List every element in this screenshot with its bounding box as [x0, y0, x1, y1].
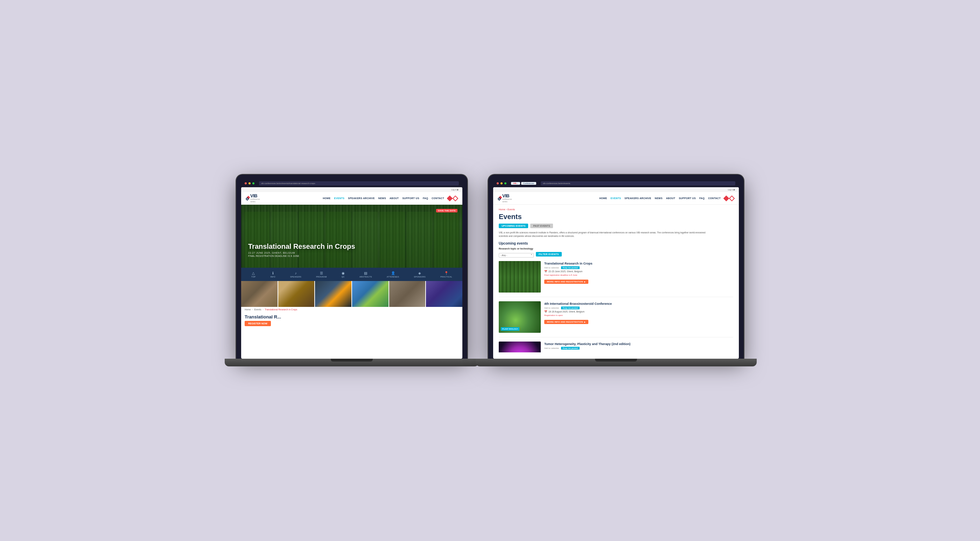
bc-home[interactable]: Home	[245, 308, 251, 311]
below-fold-section: Translational R... REGISTER NOW	[241, 312, 462, 328]
minimize-dot[interactable]	[248, 182, 251, 185]
r-nav-speakers[interactable]: SPEAKERS ARCHIVE	[624, 197, 651, 199]
right-maximize-dot[interactable]	[504, 182, 506, 185]
qnav-program[interactable]: ☰ PROGRAM	[316, 271, 327, 278]
qnav-abstracts[interactable]: ▤ ABSTRACTS	[360, 271, 372, 278]
nav-support[interactable]: SUPPORT US	[402, 197, 419, 199]
logo-right[interactable]: VIB conferenceseries	[498, 194, 512, 203]
filter-events-button[interactable]: FILTER EVENTS	[536, 252, 562, 256]
right-login-link[interactable]: Log in ▶	[728, 189, 735, 191]
qnav-practical-label: PRACTICAL	[440, 276, 452, 278]
r-nav-contact[interactable]: CONTACT	[708, 197, 721, 199]
topic-filter-select[interactable]: - Any -	[499, 253, 534, 258]
page-detail-title: Translational R...	[245, 314, 459, 320]
left-browser-bar: vib-conferences.be/en/events/translation…	[241, 180, 462, 187]
r-nav-home[interactable]: HOME	[599, 197, 607, 199]
url-bar[interactable]: vib-conferences.be/en/events/translation…	[259, 181, 459, 185]
event-note-2: Registration is open	[544, 314, 733, 316]
r-nav-icons	[724, 196, 734, 200]
upcoming-events-filter[interactable]: UPCOMING EVENTS	[499, 224, 528, 228]
past-events-filter[interactable]: PAST EVENTS	[530, 224, 553, 228]
keep-posted-3[interactable]: Keep me posted	[561, 347, 579, 350]
qnav-sponsors-label: SPONSORS	[414, 276, 426, 278]
close-dot[interactable]	[245, 182, 247, 185]
qnav-top-label: TOP	[251, 276, 256, 278]
event-thumb-3: CANCER BIOLOGY	[499, 342, 541, 353]
event-meta-2: Add to calendar Keep me posted	[544, 307, 733, 309]
thumb-cancer-bg: CANCER BIOLOGY	[499, 342, 541, 353]
add-cal-1[interactable]: Add to calendar	[544, 267, 559, 269]
more-info-btn-1[interactable]: MORE INFO AND REGISTRATION	[544, 280, 589, 284]
events-breadcrumb: Home › Events	[499, 208, 733, 211]
nav-about[interactable]: ABOUT	[390, 197, 399, 199]
qnav-speakers[interactable]: ♪ SPEAKERS	[290, 271, 301, 278]
browser-tab-vib[interactable]: VIB...	[511, 182, 520, 185]
bc-current: Translational Research in Crops	[265, 308, 298, 311]
bc-events[interactable]: Events	[255, 308, 261, 311]
tab-conferences-label: Conferences	[523, 182, 534, 185]
event-thumb-2: PLANT BIOLOGY	[499, 301, 541, 333]
keep-posted-2[interactable]: Keep me posted	[561, 307, 579, 309]
r-nav-events[interactable]: EVENTS	[610, 197, 621, 199]
diamond-outline-icon[interactable]	[453, 195, 458, 201]
cal-icon-2: 📅	[544, 310, 547, 313]
nav-contact[interactable]: CONTACT	[431, 197, 444, 199]
nav-home[interactable]: HOME	[323, 197, 330, 199]
right-laptop: VIB... Conferences vib-conferences.be/en…	[488, 175, 744, 366]
right-close-dot[interactable]	[496, 182, 499, 185]
left-laptop-base	[225, 359, 479, 366]
photo-castle	[241, 281, 278, 307]
r-nav-faq[interactable]: FAQ	[699, 197, 705, 199]
event-title-2: 4th International Brassinosteroid Confer…	[544, 302, 733, 306]
r-diamond-outline-icon[interactable]	[729, 195, 735, 201]
event-card-2: PLANT BIOLOGY 4th International Brassino…	[499, 301, 733, 337]
right-url-bar[interactable]: vib-conferences.be/en/events	[541, 181, 735, 185]
right-browser-bar: VIB... Conferences vib-conferences.be/en…	[493, 180, 739, 187]
nav-icons	[448, 196, 457, 200]
nav-speakers[interactable]: SPEAKERS ARCHIVE	[348, 197, 375, 199]
program-icon: ☰	[320, 271, 323, 275]
add-cal-2[interactable]: Add to calendar	[544, 307, 559, 309]
main-nav-right: HOME EVENTS SPEAKERS ARCHIVE NEWS ABOUT …	[599, 196, 734, 200]
nav-news[interactable]: NEWS	[379, 197, 386, 199]
event-date-1: 📅 22-23 June 2025, Ghent, Belgium	[544, 270, 733, 273]
right-logo-vib-sub: conferenceseries	[502, 198, 512, 203]
logo-left[interactable]: VIB conferenceseries	[246, 194, 260, 203]
events-bc-home[interactable]: Home	[499, 208, 505, 211]
right-logo-mark	[498, 196, 501, 200]
hero-content: Translational Research in Crops 22-27 JU…	[248, 242, 455, 257]
qnav-practical[interactable]: 📍 PRACTICAL	[440, 271, 452, 278]
nav-faq[interactable]: FAQ	[423, 197, 428, 199]
event-date-text-1: 22-23 June 2025, Ghent, Belgium	[549, 270, 582, 273]
qnav-top[interactable]: △ TOP	[251, 271, 256, 278]
r-nav-news[interactable]: NEWS	[655, 197, 663, 199]
register-button[interactable]: REGISTER NOW	[245, 321, 271, 326]
right-screen-frame: VIB... Conferences vib-conferences.be/en…	[488, 175, 744, 359]
more-info-btn-2[interactable]: MORE INFO AND REGISTRATION	[544, 320, 589, 324]
qnav-speakers-label: SPEAKERS	[290, 276, 301, 278]
bc-sep1: ›	[252, 308, 253, 311]
r-nav-about[interactable]: ABOUT	[666, 197, 675, 199]
add-cal-3[interactable]: Add to calendar	[544, 347, 559, 349]
keep-posted-1[interactable]: Keep me posted	[561, 266, 579, 269]
r-diamond-filled-icon[interactable]	[724, 195, 729, 201]
event-card-1: Translational Research in Crops Add to c…	[499, 261, 733, 297]
qnav-sponsors[interactable]: ◈ SPONSORS	[414, 271, 426, 278]
diamond-filled-icon[interactable]	[447, 195, 453, 201]
qnav-program-label: PROGRAM	[316, 276, 327, 278]
right-minimize-dot[interactable]	[501, 182, 503, 185]
r-nav-support[interactable]: SUPPORT US	[679, 197, 696, 199]
qnav-info[interactable]: ℹ INFO	[270, 271, 275, 278]
main-nav-left: HOME EVENTS SPEAKERS ARCHIVE NEWS ABOUT …	[323, 196, 457, 200]
browser-tab-conferences[interactable]: Conferences	[521, 182, 536, 185]
login-link[interactable]: Log in ▶	[451, 189, 459, 191]
upcoming-heading: Upcoming events	[499, 242, 733, 245]
maximize-dot[interactable]	[252, 182, 255, 185]
logo-vib-name: VIB	[250, 194, 260, 198]
nav-events[interactable]: EVENTS	[334, 197, 344, 199]
qnav-attendees[interactable]: 👤 ATTENDEES	[387, 271, 399, 278]
qnav-qc[interactable]: ◉ QC	[342, 271, 345, 278]
qnav-info-label: INFO	[270, 276, 275, 278]
events-bc-events[interactable]: Events	[508, 208, 515, 211]
event-info-2: 4th International Brassinosteroid Confer…	[544, 301, 733, 333]
